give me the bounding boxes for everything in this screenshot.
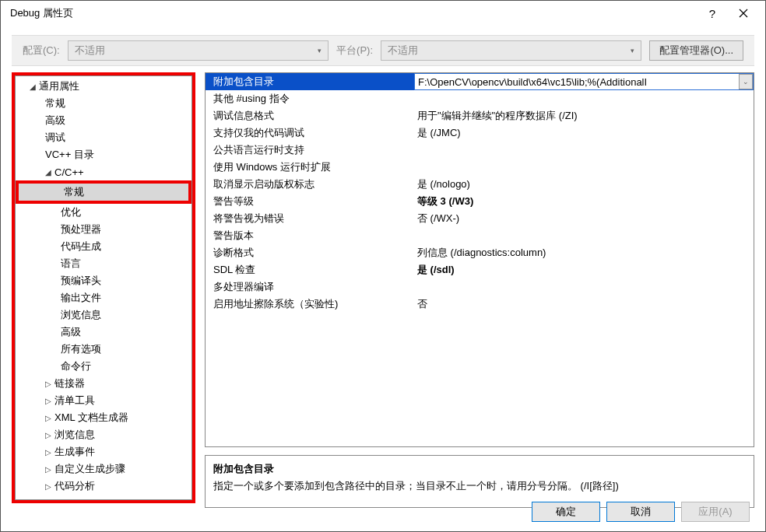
- tree-item[interactable]: ▷清单工具: [16, 392, 192, 409]
- property-label: 公共语言运行时支持: [206, 143, 414, 157]
- cancel-button[interactable]: 取消: [606, 502, 675, 522]
- property-value[interactable]: 是 (/nologo): [414, 177, 754, 191]
- help-button[interactable]: ?: [697, 1, 728, 26]
- property-label: 将警告视为错误: [206, 212, 414, 226]
- property-label: 取消显示启动版权标志: [206, 177, 414, 191]
- apply-button[interactable]: 应用(A): [681, 502, 750, 522]
- property-label: SDL 检查: [206, 263, 414, 277]
- property-label: 其他 #using 指令: [206, 92, 414, 106]
- property-row[interactable]: 诊断格式列信息 (/diagnostics:column): [206, 244, 754, 261]
- property-label: 使用 Windows 运行时扩展: [206, 160, 414, 174]
- help-panel: 附加包含目录 指定一个或多个要添加到包含路径中的目录；当目录不止一个时，请用分号…: [205, 455, 754, 508]
- tree-item[interactable]: ▷链接器: [16, 375, 192, 392]
- config-combo[interactable]: 不适用▾: [68, 40, 329, 61]
- property-row[interactable]: 启用地址擦除系统（实验性)否: [206, 296, 754, 313]
- property-value[interactable]: 否 (/WX-): [414, 212, 754, 226]
- tree-panel[interactable]: ◢通用属性 常规 高级 调试 VC++ 目录 ◢C/C++ 常规 优化 预处理器…: [12, 72, 195, 503]
- property-label: 启用地址擦除系统（实验性): [206, 297, 414, 311]
- platform-label: 平台(P):: [336, 44, 373, 58]
- tree-item[interactable]: 常规: [16, 95, 192, 112]
- property-row[interactable]: 支持仅我的代码调试是 (/JMC): [206, 124, 754, 142]
- property-label: 诊断格式: [206, 246, 414, 260]
- property-label: 调试信息格式: [206, 109, 414, 123]
- property-row[interactable]: 警告版本: [206, 227, 754, 244]
- property-value[interactable]: F:\OpenCV\opencv\build\x64\vc15\lib;%(Ad…: [414, 73, 754, 90]
- platform-combo[interactable]: 不适用▾: [381, 40, 641, 61]
- property-label: 警告等级: [206, 194, 414, 208]
- property-value[interactable]: 等级 3 (/W3): [414, 194, 754, 208]
- tree-item[interactable]: 优化: [16, 204, 192, 221]
- config-manager-button[interactable]: 配置管理器(O)...: [649, 40, 743, 61]
- tree-item[interactable]: ▷XML 文档生成器: [16, 409, 192, 426]
- titlebar: Debug 属性页 ?: [1, 1, 765, 26]
- property-label: 支持仅我的代码调试: [206, 126, 414, 140]
- property-row[interactable]: 多处理器编译: [206, 278, 754, 296]
- tree-ccpp[interactable]: ◢C/C++: [16, 163, 192, 180]
- help-body: 指定一个或多个要添加到包含路径中的目录；当目录不止一个时，请用分号分隔。 (/I…: [213, 479, 746, 493]
- tree-item[interactable]: 代码生成: [16, 238, 192, 255]
- button-bar: 确定 取消 应用(A): [532, 502, 750, 522]
- property-row[interactable]: 公共语言运行时支持: [206, 142, 754, 159]
- help-title: 附加包含目录: [213, 462, 746, 476]
- tree-item[interactable]: ▷自定义生成步骤: [16, 460, 192, 478]
- property-value[interactable]: 是 (/sdl): [414, 263, 754, 277]
- ok-button[interactable]: 确定: [532, 502, 600, 522]
- tree-item[interactable]: 高级: [16, 112, 192, 129]
- property-value[interactable]: 用于"编辑并继续"的程序数据库 (/ZI): [414, 109, 754, 123]
- tree-item[interactable]: 所有选项: [16, 341, 192, 358]
- property-row[interactable]: 附加包含目录F:\OpenCV\opencv\build\x64\vc15\li…: [206, 73, 754, 90]
- tree-item[interactable]: 调试: [16, 129, 192, 146]
- tree-root[interactable]: ◢通用属性: [16, 78, 192, 95]
- tree-item[interactable]: 预处理器: [16, 221, 192, 238]
- tree-item[interactable]: ▷浏览信息: [16, 426, 192, 443]
- property-row[interactable]: 其他 #using 指令: [206, 90, 754, 107]
- chevron-down-icon: ▾: [318, 47, 322, 54]
- property-row[interactable]: 取消显示启动版权标志是 (/nologo): [206, 176, 754, 193]
- config-label: 配置(C):: [23, 44, 60, 58]
- property-label: 警告版本: [206, 229, 414, 243]
- dropdown-button[interactable]: ⌄: [739, 74, 753, 89]
- tree-item[interactable]: 浏览信息: [16, 306, 192, 324]
- property-value[interactable]: 是 (/JMC): [414, 126, 754, 140]
- property-row[interactable]: 调试信息格式用于"编辑并继续"的程序数据库 (/ZI): [206, 107, 754, 124]
- tree-item[interactable]: 命令行: [16, 358, 192, 375]
- property-label: 多处理器编译: [206, 280, 414, 294]
- close-button[interactable]: [728, 1, 759, 26]
- config-bar: 配置(C): 不适用▾ 平台(P): 不适用▾ 配置管理器(O)...: [12, 35, 754, 66]
- property-label: 附加包含目录: [206, 75, 414, 89]
- chevron-down-icon: ⌄: [743, 78, 749, 86]
- property-row[interactable]: 使用 Windows 运行时扩展: [206, 159, 754, 176]
- tree-item[interactable]: 语言: [16, 255, 192, 272]
- tree-item[interactable]: 预编译头: [16, 272, 192, 289]
- tree-item-selected[interactable]: 常规: [16, 180, 192, 204]
- tree-item[interactable]: 输出文件: [16, 289, 192, 306]
- tree-item[interactable]: ▷代码分析: [16, 478, 192, 495]
- property-row[interactable]: 将警告视为错误否 (/WX-): [206, 210, 754, 227]
- tree-item[interactable]: ▷生成事件: [16, 443, 192, 460]
- property-row[interactable]: 警告等级等级 3 (/W3): [206, 193, 754, 210]
- property-value[interactable]: 否: [414, 297, 754, 311]
- property-row[interactable]: SDL 检查是 (/sdl): [206, 261, 754, 278]
- tree-item[interactable]: 高级: [16, 324, 192, 341]
- property-grid: 附加包含目录F:\OpenCV\opencv\build\x64\vc15\li…: [205, 72, 754, 447]
- window-title: Debug 属性页: [7, 6, 697, 20]
- property-value[interactable]: 列信息 (/diagnostics:column): [414, 246, 754, 260]
- chevron-down-icon: ▾: [631, 47, 634, 54]
- tree-item[interactable]: VC++ 目录: [16, 146, 192, 163]
